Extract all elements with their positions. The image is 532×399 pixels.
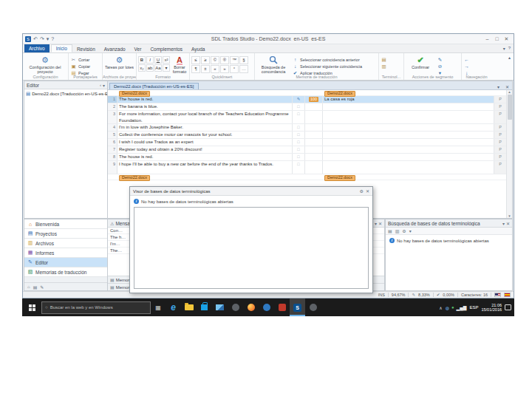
panel-close-icon[interactable]: ✕ xyxy=(506,221,510,226)
target-cell[interactable] xyxy=(323,154,494,160)
nav-footer-icon[interactable]: ⌂ xyxy=(27,284,30,290)
taskbar-app-icon[interactable] xyxy=(305,299,321,316)
maximize-button[interactable]: □ xyxy=(492,36,502,41)
ribbon-tab[interactable]: Archivo xyxy=(24,44,50,52)
ribbon-tab[interactable]: Revisión xyxy=(72,46,100,52)
task-view-button[interactable]: ▦ xyxy=(151,304,166,311)
format-button[interactable]: ab xyxy=(146,64,154,72)
source-cell[interactable]: Collect the conference motor car mascots… xyxy=(117,132,293,138)
quickinsert-symbol-button[interactable]: » xyxy=(220,65,229,73)
target-cell[interactable] xyxy=(323,139,494,146)
toolbar-icon[interactable]: ▥ xyxy=(395,228,400,233)
nav-item[interactable]: ▦ Informes xyxy=(24,248,107,258)
tm-command-button[interactable]: ↑ Seleccionar coincidencia anterior xyxy=(292,56,362,63)
close-button[interactable]: ✕ xyxy=(502,36,511,42)
quickinsert-symbol-button[interactable]: ™ xyxy=(230,56,239,64)
tray-expand-icon[interactable]: ∧ xyxy=(439,305,442,310)
format-button[interactable]: Aa xyxy=(154,64,162,72)
tab-dropdown-icon[interactable]: ▾ xyxy=(494,84,502,89)
segment-row[interactable]: 3 For more information, contact your loc… xyxy=(108,111,506,124)
taskbar-app-icon[interactable]: e xyxy=(166,299,181,316)
panel-close-icon[interactable]: ✕ xyxy=(378,221,382,226)
segment-row[interactable]: 1 The house is red. ✎ 100 La casa es roj… xyxy=(108,96,506,103)
source-cell[interactable]: The house is red. xyxy=(117,154,293,160)
project-settings-button[interactable]: ⚙ Configuración del proyecto xyxy=(24,55,66,74)
taskbar-app-icon[interactable] xyxy=(243,299,259,316)
scroll-up-icon[interactable]: ▲ xyxy=(508,90,511,94)
clear-format-button[interactable]: A Borrar formato xyxy=(171,55,188,74)
tray-icon[interactable]: ● xyxy=(451,305,454,310)
quickinsert-symbol-button[interactable]: ® xyxy=(220,56,229,64)
tm-command-button[interactable]: ↓ Seleccionar siguiente coincidencia xyxy=(292,63,362,69)
quickinsert-symbol-button[interactable]: ≤ xyxy=(191,56,200,64)
undo-icon[interactable]: ↶ xyxy=(33,36,38,42)
concordance-search-button[interactable]: Búsqueda de concordancia xyxy=(256,55,290,74)
nav-footer-icon[interactable]: ✎ xyxy=(40,284,44,290)
panel-collapse-icon[interactable]: ‹ xyxy=(100,83,101,87)
tray-icon[interactable]: ◍ xyxy=(446,305,449,310)
format-button[interactable]: I xyxy=(146,56,154,64)
cut-button[interactable]: ✂ Cortar xyxy=(70,56,90,63)
ribbon-collapse-icon[interactable]: ▴ xyxy=(505,53,514,80)
target-cell[interactable] xyxy=(323,132,494,138)
terminology-button[interactable]: ▥ xyxy=(381,63,387,69)
ribbon-tab[interactable]: Inicio xyxy=(51,44,72,52)
quickinsert-symbol-button[interactable]: © xyxy=(211,56,219,64)
nav-item[interactable]: ⌂ Bienvenida xyxy=(24,219,107,229)
confirm-button[interactable]: ✔ Confirmar xyxy=(406,55,435,74)
target-cell[interactable] xyxy=(323,111,494,123)
panel-pin-icon[interactable]: ▾ xyxy=(103,83,105,88)
quickinsert-symbol-button[interactable]: ° xyxy=(230,65,239,73)
taskbar-app-icon[interactable] xyxy=(228,299,243,316)
nav-footer-icon[interactable]: ▤ xyxy=(33,284,38,290)
quickinsert-symbol-button[interactable]: § xyxy=(239,56,248,64)
quickinsert-symbol-button[interactable]: ± xyxy=(201,65,210,73)
segment-row[interactable]: 7 Register today and obtain a 20% discou… xyxy=(108,146,506,154)
target-cell[interactable] xyxy=(323,103,494,110)
navigation-button[interactable]: → xyxy=(463,63,470,69)
quickinsert-symbol-button[interactable]: « xyxy=(211,65,219,73)
segment-row[interactable]: 8 The house is red. □ P xyxy=(108,154,506,161)
tray-icon[interactable]: ▂▅▇ xyxy=(457,305,467,310)
vertical-scrollbar[interactable]: ▲ ▼ xyxy=(506,90,512,218)
scrollbar-thumb[interactable] xyxy=(508,95,512,120)
target-cell[interactable] xyxy=(323,161,494,174)
quickinsert-symbol-button[interactable]: … xyxy=(239,65,248,73)
start-button[interactable] xyxy=(22,299,41,316)
copy-button[interactable]: ▣ Copiar xyxy=(70,63,90,69)
format-button[interactable]: x² xyxy=(163,56,170,64)
toolbar-icon[interactable]: ▤ xyxy=(388,228,392,233)
tray-clock[interactable]: 21:06 15/01/2016 xyxy=(481,303,502,313)
format-button[interactable]: x₂ xyxy=(138,64,146,72)
tray-language-indicator[interactable]: ESP xyxy=(469,305,478,310)
navigation-button[interactable]: ← xyxy=(463,56,470,63)
target-cell[interactable] xyxy=(323,146,494,153)
segment-row[interactable]: 4 I'm in love with Josephine Baker. □ P xyxy=(108,124,506,132)
nav-item[interactable]: ✎ Editor xyxy=(24,258,107,267)
source-cell[interactable]: Register today and obtain a 20% discount… xyxy=(117,146,293,153)
format-button[interactable]: U xyxy=(154,56,162,64)
minimize-button[interactable]: – xyxy=(482,36,492,41)
segment-action-button[interactable]: ✎ xyxy=(437,56,443,63)
taskbar-app-icon[interactable]: S xyxy=(290,299,305,316)
segment-row[interactable]: 2 The banana is blue. □ P xyxy=(108,103,506,111)
source-cell[interactable]: The house is red. xyxy=(117,96,293,103)
ribbon-tab[interactable]: Avanzado xyxy=(100,46,130,52)
segment-row[interactable]: 9 I hope I'll be able to buy a new car b… xyxy=(108,161,506,174)
segment-row[interactable]: 5 Collect the conference motor car masco… xyxy=(108,132,506,139)
nav-item[interactable]: ▥ Archivos xyxy=(24,239,107,248)
toolbar-icon[interactable]: ⚙ xyxy=(402,228,406,233)
terminology-button[interactable]: ▤ xyxy=(381,56,387,63)
taskbar-app-icon[interactable] xyxy=(274,299,290,316)
ribbon-style-icon[interactable]: ▾ xyxy=(503,46,505,51)
ribbon-help-icon[interactable]: ? xyxy=(508,46,511,51)
scroll-down-icon[interactable]: ▼ xyxy=(508,214,511,218)
taskbar-search-input[interactable]: ○ Buscar en la web y en Windows xyxy=(41,301,151,314)
taskbar-app-icon[interactable] xyxy=(181,299,197,316)
segment-row[interactable]: 6 I wish I could use Trados as an expert… xyxy=(108,139,506,146)
segment-action-button[interactable]: ⊘ xyxy=(437,63,443,69)
notification-center-icon[interactable] xyxy=(505,304,511,310)
panel-pin-icon[interactable]: ▾ xyxy=(375,221,377,226)
quickinsert-symbol-button[interactable]: ≥ xyxy=(201,56,210,64)
format-button[interactable]: ▾ xyxy=(163,64,170,72)
